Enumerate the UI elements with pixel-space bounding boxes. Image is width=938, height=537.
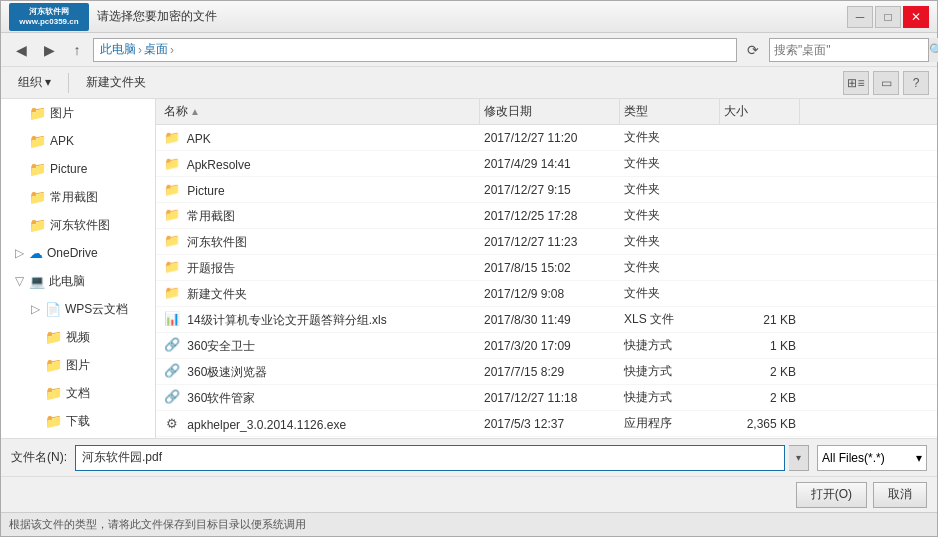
file-date-cell: 2017/12/25 17:28	[480, 209, 620, 223]
expand-icon: ▷	[29, 303, 41, 315]
filename-input[interactable]	[75, 445, 785, 471]
sidebar-item-docs[interactable]: 📁 文档	[1, 379, 155, 407]
table-row[interactable]: 📁 常用截图 2017/12/25 17:28 文件夹	[156, 203, 937, 229]
sidebar-item-thispc[interactable]: ▽ 💻 此电脑	[1, 267, 155, 295]
action-bar: 打开(O) 取消	[1, 476, 937, 512]
column-name[interactable]: 名称 ▲	[160, 99, 480, 124]
main-content: 📁 图片 📁 APK 📁 Picture 📁 常用截图 📁 河	[1, 99, 937, 438]
dialog-title: 请选择您要加密的文件	[97, 8, 847, 25]
file-name-cell: 📁 开题报告	[160, 259, 480, 277]
table-row[interactable]: 🔗 360安全卫士 2017/3/20 17:09 快捷方式 1 KB	[156, 333, 937, 359]
file-type-cell: 文件夹	[620, 259, 720, 276]
column-size[interactable]: 大小	[720, 99, 800, 124]
file-date-cell: 2017/8/30 11:49	[480, 313, 620, 327]
new-folder-button[interactable]: 新建文件夹	[77, 71, 155, 95]
file-name-cell: 📁 新建文件夹	[160, 285, 480, 303]
help-button[interactable]: ?	[903, 71, 929, 95]
file-date-cell: 2017/12/9 9:08	[480, 287, 620, 301]
file-name-text: APK	[187, 131, 211, 145]
column-type[interactable]: 类型	[620, 99, 720, 124]
file-name-text: 河东软件图	[187, 234, 247, 248]
table-row[interactable]: 📁 开题报告 2017/8/15 15:02 文件夹	[156, 255, 937, 281]
file-name-text: 360极速浏览器	[187, 364, 267, 378]
window-controls: ─ □ ✕	[847, 6, 929, 28]
table-row[interactable]: 📁 APK 2017/12/27 11:20 文件夹	[156, 125, 937, 151]
table-row[interactable]: 🔗 360软件管家 2017/12/27 11:18 快捷方式 2 KB	[156, 385, 937, 411]
table-row[interactable]: 📁 ApkResolve 2017/4/29 14:41 文件夹	[156, 151, 937, 177]
sidebar-label: 文档	[66, 385, 90, 402]
sidebar-item-changyong[interactable]: 📁 常用截图	[1, 183, 155, 211]
bottom-bar: 文件名(N): ▾ All Files(*.*) ▾	[1, 438, 937, 476]
status-text: 根据该文件的类型，请将此文件保存到目标目录以便系统调用	[9, 517, 306, 532]
file-date-cell: 2017/8/15 15:02	[480, 261, 620, 275]
file-name-cell: 🔗 360软件管家	[160, 389, 480, 407]
sidebar-item-video[interactable]: 📁 视频	[1, 323, 155, 351]
table-row[interactable]: 🔗 360极速浏览器 2017/7/15 8:29 快捷方式 2 KB	[156, 359, 937, 385]
minimize-button[interactable]: ─	[847, 6, 873, 28]
file-icon: 📁	[164, 259, 180, 275]
file-date-cell: 2017/5/3 12:37	[480, 417, 620, 431]
expand-icon	[29, 359, 41, 371]
table-row[interactable]: ⚙ apkhelper_3.0.2014.1126.exe 2017/5/3 1…	[156, 411, 937, 437]
file-name-text: apkhelper_3.0.2014.1126.exe	[187, 417, 346, 431]
filetype-select[interactable]: All Files(*.*) ▾	[817, 445, 927, 471]
file-name-cell: 📁 Picture	[160, 182, 480, 198]
file-type-cell: 快捷方式	[620, 389, 720, 406]
search-icon[interactable]: 🔍	[928, 38, 938, 62]
preview-button[interactable]: ▭	[873, 71, 899, 95]
expand-icon	[13, 191, 25, 203]
sidebar-item-hedong[interactable]: 📁 河东软件图	[1, 211, 155, 239]
sidebar-item-pictures[interactable]: 📁 图片	[1, 99, 155, 127]
column-date[interactable]: 修改日期	[480, 99, 620, 124]
file-type-cell: 文件夹	[620, 129, 720, 146]
file-icon: 🔗	[164, 389, 180, 405]
table-row[interactable]: 📁 Picture 2017/12/27 9:15 文件夹	[156, 177, 937, 203]
view-toggle-button[interactable]: ⊞≡	[843, 71, 869, 95]
file-name-cell: 📁 APK	[160, 130, 480, 146]
file-name-cell: 📁 河东软件图	[160, 233, 480, 251]
file-date-cell: 2017/12/27 9:15	[480, 183, 620, 197]
sidebar-item-wps[interactable]: ▷ 📄 WPS云文档	[1, 295, 155, 323]
refresh-button[interactable]: ⟳	[741, 38, 765, 62]
folder-icon: 📁	[29, 161, 46, 177]
close-button[interactable]: ✕	[903, 6, 929, 28]
toolbar: 组织 ▾ 新建文件夹 ⊞≡ ▭ ?	[1, 67, 937, 99]
search-input[interactable]	[770, 43, 928, 57]
open-button[interactable]: 打开(O)	[796, 482, 867, 508]
maximize-button[interactable]: □	[875, 6, 901, 28]
sidebar-item-apk[interactable]: 📁 APK	[1, 127, 155, 155]
table-row[interactable]: 📁 河东软件图 2017/12/27 11:23 文件夹	[156, 229, 937, 255]
forward-button[interactable]: ▶	[37, 38, 61, 62]
filename-dropdown-button[interactable]: ▾	[789, 445, 809, 471]
status-bar: 根据该文件的类型，请将此文件保存到目标目录以便系统调用	[1, 512, 937, 536]
file-type-cell: 文件夹	[620, 233, 720, 250]
table-row[interactable]: 📁 新建文件夹 2017/12/9 9:08 文件夹	[156, 281, 937, 307]
file-date-cell: 2017/3/20 17:09	[480, 339, 620, 353]
address-bar: ◀ ▶ ↑ 此电脑 › 桌面 › ⟳ 🔍	[1, 33, 937, 67]
sidebar-label: Picture	[50, 162, 87, 176]
file-list-area: 名称 ▲ 修改日期 类型 大小 📁 APK	[156, 99, 937, 438]
sidebar-item-images[interactable]: 📁 图片	[1, 351, 155, 379]
up-button[interactable]: ↑	[65, 38, 89, 62]
file-name-cell: 🔗 360极速浏览器	[160, 363, 480, 381]
folder-icon: 📁	[45, 329, 62, 345]
cancel-button[interactable]: 取消	[873, 482, 927, 508]
column-type-label: 类型	[624, 103, 648, 120]
sidebar-item-picture2[interactable]: 📁 Picture	[1, 155, 155, 183]
sidebar-item-downloads[interactable]: 📁 下载	[1, 407, 155, 435]
help-icon: ?	[913, 76, 920, 90]
organize-button[interactable]: 组织 ▾	[9, 71, 60, 95]
back-button[interactable]: ◀	[9, 38, 33, 62]
file-name-text: 14级计算机专业论文开题答辩分组.xls	[187, 312, 386, 326]
folder-icon: 📁	[45, 385, 62, 401]
file-icon: 📁	[164, 130, 180, 146]
path-desktop[interactable]: 桌面	[144, 41, 168, 58]
sidebar-item-onedrive[interactable]: ▷ ☁ OneDrive	[1, 239, 155, 267]
address-path[interactable]: 此电脑 › 桌面 ›	[93, 38, 737, 62]
dialog-window: 河东软件网 www.pc0359.cn 请选择您要加密的文件 ─ □ ✕ ◀ ▶…	[0, 0, 938, 537]
table-row[interactable]: 📊 14级计算机专业论文开题答辩分组.xls 2017/8/30 11:49 X…	[156, 307, 937, 333]
file-date-cell: 2017/4/29 14:41	[480, 157, 620, 171]
file-name-text: 360安全卫士	[187, 338, 255, 352]
path-pc[interactable]: 此电脑	[100, 41, 136, 58]
pc-icon: 💻	[29, 274, 45, 289]
